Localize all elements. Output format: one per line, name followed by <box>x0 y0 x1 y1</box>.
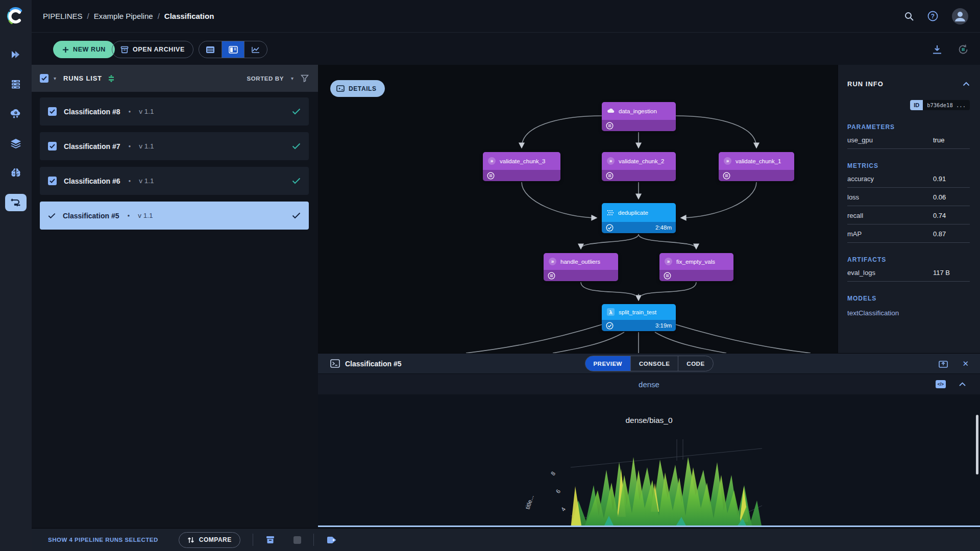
breadcrumb-separator: / <box>87 12 89 20</box>
tab-code[interactable]: CODE <box>678 356 713 371</box>
dag-node-split-train-test[interactable]: λ split_train_test 3:19m <box>602 304 676 331</box>
run-row-classification-7[interactable]: Classification #7 ● v 1.1 <box>40 132 309 160</box>
queued-status-icon <box>606 172 614 180</box>
run-row-classification-8[interactable]: Classification #8 ● v 1.1 <box>40 97 309 126</box>
auto-refresh-icon[interactable] <box>958 44 969 55</box>
selection-count-label[interactable]: SHOW 4 PIPELINE RUNS SELECTED <box>48 537 158 543</box>
run-dot: ● <box>129 144 131 148</box>
cloud-gear-icon <box>10 108 22 119</box>
lambda-icon: λ <box>607 308 615 316</box>
step-icon: » <box>724 157 731 165</box>
user-avatar[interactable] <box>951 8 969 25</box>
node-label: validate_chunk_3 <box>500 158 546 164</box>
brain-icon <box>10 167 22 179</box>
step-icon: » <box>607 157 615 165</box>
details-button[interactable]: DETAILS <box>330 80 385 97</box>
artifacts-section-title: ARTIFACTS <box>847 256 970 263</box>
nav-pipelines[interactable] <box>5 194 27 211</box>
queued-status-icon <box>723 172 730 180</box>
run-id-chip[interactable]: ID b736de18 ... <box>910 100 970 110</box>
process-icon <box>607 210 614 216</box>
plus-icon <box>62 46 69 53</box>
run-row-classification-6[interactable]: Classification #6 ● v 1.1 <box>40 167 309 195</box>
collapse-group-chevron-icon[interactable] <box>959 382 966 386</box>
apply-sort-icon[interactable] <box>107 74 115 83</box>
artifact-row: eval_logs 117 B <box>847 263 970 282</box>
runs-list-title: RUNS LIST <box>63 74 102 82</box>
svg-text:6: 6 <box>555 488 562 494</box>
step-icon: » <box>488 157 496 165</box>
metric-row: recall 0.74 <box>847 206 970 224</box>
nav-autoscalers[interactable] <box>5 105 27 122</box>
new-run-button[interactable]: NEW RUN <box>53 41 115 58</box>
layers-icon <box>10 138 22 149</box>
dag-node-validate-chunk-2[interactable]: » validate_chunk_2 <box>602 152 676 181</box>
models-section-title: MODELS <box>847 295 970 302</box>
surface-plot: 8 6 4 title... <box>522 439 788 527</box>
preview-tab-group: PREVIEW CONSOLE CODE <box>584 356 713 371</box>
chart-view-toggle[interactable] <box>244 41 267 58</box>
collapse-chevron-icon[interactable] <box>963 82 970 86</box>
dag-node-deduplicate[interactable]: deduplicate 2:48m <box>602 203 676 233</box>
run-checkbox[interactable] <box>48 107 57 116</box>
select-all-checkbox[interactable] <box>40 74 48 83</box>
archive-icon <box>120 46 129 54</box>
download-icon[interactable] <box>932 45 942 55</box>
clearml-logo[interactable] <box>0 0 32 33</box>
svg-text:4: 4 <box>560 506 567 513</box>
run-dot: ● <box>128 213 130 218</box>
node-duration: 3:19m <box>655 322 672 329</box>
breadcrumb-separator: / <box>158 12 160 20</box>
add-tag-icon[interactable] <box>326 536 337 544</box>
archive-selected-icon[interactable] <box>265 535 275 544</box>
run-checkbox[interactable] <box>48 177 57 185</box>
filter-icon[interactable] <box>301 74 309 82</box>
dag-node-handle-outliers[interactable]: » handle_outliers <box>544 253 618 281</box>
search-icon[interactable] <box>904 11 914 21</box>
node-label: fix_empty_vals <box>676 259 715 265</box>
pipeline-dag-canvas[interactable]: DETAILS data_ingestion » validate_chunk_… <box>318 65 838 353</box>
dag-node-validate-chunk-3[interactable]: » validate_chunk_3 <box>483 152 560 181</box>
run-dot: ● <box>129 109 131 114</box>
nav-workers[interactable] <box>5 76 27 93</box>
sorted-by-label[interactable]: SORTED BY <box>247 76 284 82</box>
embed-code-icon[interactable]: </> <box>936 380 946 388</box>
metric-value: 0.91 <box>933 175 946 183</box>
nav-datasets[interactable] <box>5 135 27 152</box>
run-checkbox[interactable] <box>48 142 57 151</box>
check-icon <box>41 76 47 81</box>
node-duration: 2:48m <box>655 224 672 231</box>
breadcrumb-project[interactable]: Example Pipeline <box>94 12 153 20</box>
pipelines-icon <box>10 197 22 208</box>
tab-preview[interactable]: PREVIEW <box>585 356 630 371</box>
preview-scrollbar[interactable] <box>976 415 978 474</box>
table-view-toggle[interactable] <box>199 41 222 58</box>
metric-group-header[interactable]: dense </> <box>318 373 980 394</box>
parameter-label: use_gpu <box>847 136 933 144</box>
open-archive-label: OPEN ARCHIVE <box>133 46 185 53</box>
run-version: v 1.1 <box>139 108 154 115</box>
dag-node-data-ingestion[interactable]: data_ingestion <box>602 102 676 131</box>
sorted-by-caret[interactable]: ▾ <box>291 76 293 81</box>
panel-bottom-divider <box>318 525 980 527</box>
dag-node-fix-empty-vals[interactable]: » fix_empty_vals <box>659 253 733 281</box>
split-view-toggle[interactable] <box>222 41 244 58</box>
compare-button[interactable]: COMPARE <box>179 532 240 548</box>
nav-models[interactable] <box>5 164 27 182</box>
run-info-title: RUN INFO <box>847 80 884 88</box>
breadcrumb-pipelines[interactable]: PIPELINES <box>43 12 83 20</box>
help-icon[interactable]: ? <box>927 11 938 21</box>
nav-projects[interactable] <box>5 46 27 63</box>
expand-panel-icon[interactable] <box>939 360 948 368</box>
dag-node-validate-chunk-1[interactable]: » validate_chunk_1 <box>719 152 794 181</box>
model-link[interactable]: textClassification <box>847 309 970 317</box>
close-panel-icon[interactable]: ✕ <box>962 359 969 368</box>
select-dropdown-caret[interactable]: ▾ <box>54 76 56 81</box>
divider <box>253 534 253 546</box>
open-archive-button[interactable]: OPEN ARCHIVE <box>112 41 193 58</box>
surface-plot-area[interactable]: dense/bias_0 8 <box>318 394 980 527</box>
run-row-classification-5-selected[interactable]: Classification #5 ● v 1.1 <box>40 202 309 230</box>
breadcrumb-current: Classification <box>164 12 214 20</box>
tab-console[interactable]: CONSOLE <box>630 356 678 371</box>
step-icon: » <box>665 258 672 265</box>
